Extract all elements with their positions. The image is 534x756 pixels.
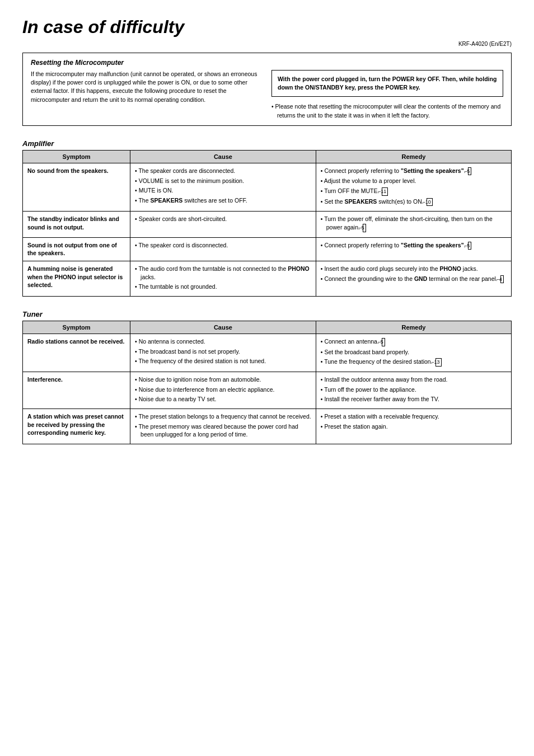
tuner-symptom-1: Radio stations cannot be received. xyxy=(23,334,130,372)
amp-remedy-2: Turn the power off, eliminate the short-… xyxy=(316,212,511,237)
list-item: Preset the station again. xyxy=(321,422,507,431)
tuner-cause-2: Noise due to ignition noise from an auto… xyxy=(130,372,316,408)
list-item: The turntable is not grounded. xyxy=(135,283,311,291)
tuner-remedy-2: Install the outdoor antenna away from th… xyxy=(316,372,511,408)
list-item: The audio cord from the turntable is not… xyxy=(135,265,311,281)
amp-symptom-3: Sound is not output from one of the spea… xyxy=(23,237,130,261)
list-item: Noise due to interference from an electr… xyxy=(135,386,311,394)
amp-symptom-2: The standby indicator blinks and sound i… xyxy=(23,212,130,237)
page-title: In case of difficulty xyxy=(22,17,512,37)
list-item: The frequency of the desired station is … xyxy=(135,357,311,365)
tuner-cause-3: The preset station belongs to a frequenc… xyxy=(130,409,316,444)
amp-cause-1: The speaker cords are disconnected. VOLU… xyxy=(130,163,316,211)
list-item: The SPEAKERS switches are set to OFF. xyxy=(135,196,311,205)
tuner-cause-1: No antenna is connected. The broadcast b… xyxy=(130,334,316,372)
reset-right: With the power cord plugged in, turn the… xyxy=(271,70,503,120)
list-item: Set the broadcast band properly. xyxy=(321,348,507,356)
list-item: Speaker cords are short-circuited. xyxy=(135,215,311,223)
list-item: Install the receiver farther away from t… xyxy=(321,395,507,403)
reset-instruction-box: With the power cord plugged in, turn the… xyxy=(271,70,503,97)
table-row: Interference. Noise due to ignition nois… xyxy=(23,372,512,408)
list-item: Turn OFF the MUTE. –11 xyxy=(321,187,507,196)
tuner-heading: Tuner xyxy=(22,310,512,318)
list-item: Turn the power off, eliminate the short-… xyxy=(321,215,507,232)
list-item: Set the SPEAKERS switch(es) to ON. –10 xyxy=(321,198,507,206)
table-row: A station which was preset cannot be rec… xyxy=(23,409,512,444)
list-item: Insert the audio cord plugs securely int… xyxy=(321,265,507,273)
tuner-symptom-2: Interference. xyxy=(23,372,130,408)
table-row: Sound is not output from one of the spea… xyxy=(23,237,512,261)
list-item: The preset memory was cleared because th… xyxy=(135,422,311,439)
tuner-col-cause: Cause xyxy=(130,321,316,334)
list-item: Preset a station with a receivable frequ… xyxy=(321,412,507,421)
amp-cause-3: The speaker cord is disconnected. xyxy=(130,237,316,261)
amp-symptom-1: No sound from the speakers. xyxy=(23,163,130,211)
model-number: KRF-A4020 (En/E2T) xyxy=(22,41,512,47)
list-item: No antenna is connected. xyxy=(135,337,311,346)
amp-remedy-3: Connect properly referring to "Setting t… xyxy=(316,237,511,261)
list-item: Noise due to ignition noise from an auto… xyxy=(135,375,311,384)
list-item: Tune the frequency of the desired statio… xyxy=(321,358,507,367)
amplifier-heading: Amplifier xyxy=(22,139,512,148)
tuner-remedy-1: Connect an antenna. –5 Set the broadcast… xyxy=(316,334,511,372)
reset-note: • Please note that resetting the microco… xyxy=(271,102,503,119)
list-item: Noise due to a nearby TV set. xyxy=(135,395,311,403)
list-item: Connect properly referring to "Setting t… xyxy=(321,167,507,176)
tuner-col-symptom: Symptom xyxy=(23,321,130,334)
amp-col-remedy: Remedy xyxy=(316,150,511,163)
amp-symptom-4: A humming noise is generated when the PH… xyxy=(23,261,130,297)
table-row: No sound from the speakers. The speaker … xyxy=(23,163,512,211)
list-item: Turn off the power to the appliance. xyxy=(321,386,507,394)
amplifier-table: Symptom Cause Remedy No sound from the s… xyxy=(22,150,512,297)
table-row: Radio stations cannot be received. No an… xyxy=(23,334,512,372)
amp-remedy-4: Insert the audio cord plugs securely int… xyxy=(316,261,511,297)
table-row: A humming noise is generated when the PH… xyxy=(23,261,512,297)
list-item: The broadcast band is not set properly. xyxy=(135,348,311,356)
list-item: The preset station belongs to a frequenc… xyxy=(135,412,311,421)
list-item: Connect an antenna. –5 xyxy=(321,337,507,346)
tuner-table: Symptom Cause Remedy Radio stations cann… xyxy=(22,321,512,444)
tuner-col-remedy: Remedy xyxy=(316,321,511,334)
reset-heading: Resetting the Microcomputer xyxy=(31,59,503,67)
list-item: Adjust the volume to a proper level. xyxy=(321,177,507,185)
amp-col-cause: Cause xyxy=(130,150,316,163)
list-item: Connect properly referring to "Setting t… xyxy=(321,241,507,250)
reset-section: Resetting the Microcomputer If the micro… xyxy=(22,53,512,126)
amp-remedy-1: Connect properly referring to "Setting t… xyxy=(316,163,511,211)
list-item: The speaker cords are disconnected. xyxy=(135,167,311,175)
amp-cause-2: Speaker cords are short-circuited. xyxy=(130,212,316,237)
list-item: The speaker cord is disconnected. xyxy=(135,241,311,250)
tuner-remedy-3: Preset a station with a receivable frequ… xyxy=(316,409,511,444)
list-item: MUTE is ON. xyxy=(135,186,311,195)
list-item: Connect the grounding wire to the GND te… xyxy=(321,275,507,284)
tuner-symptom-3: A station which was preset cannot be rec… xyxy=(23,409,130,444)
table-row: The standby indicator blinks and sound i… xyxy=(23,212,512,237)
amp-col-symptom: Symptom xyxy=(23,150,130,163)
reset-left-text: If the microcomputer may malfunction (un… xyxy=(31,70,263,120)
list-item: VOLUME is set to the minimum position. xyxy=(135,177,311,185)
list-item: Install the outdoor antenna away from th… xyxy=(321,375,507,384)
amp-cause-4: The audio cord from the turntable is not… xyxy=(130,261,316,297)
